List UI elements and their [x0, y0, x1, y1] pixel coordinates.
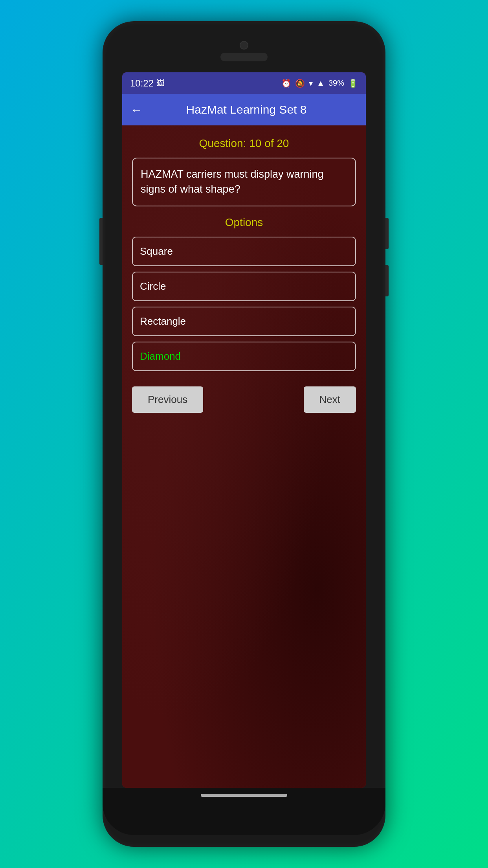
back-button[interactable]: ← — [130, 103, 143, 117]
option-rectangle[interactable]: Rectangle — [132, 307, 356, 336]
question-box: HAZMAT carriers must display warning sig… — [132, 158, 356, 206]
signal-icon: ▲ — [317, 79, 325, 88]
options-label: Options — [132, 216, 356, 229]
option-square[interactable]: Square — [132, 237, 356, 266]
speaker — [220, 53, 268, 61]
app-title: HazMat Learning Set 8 — [150, 103, 342, 116]
question-text: HAZMAT carriers must display warning sig… — [141, 168, 324, 195]
previous-button[interactable]: Previous — [132, 386, 203, 413]
clock-time: 10:22 — [130, 78, 154, 89]
main-content: Question: 10 of 20 HAZMAT carriers must … — [122, 125, 366, 788]
option-diamond[interactable]: Diamond — [132, 342, 356, 371]
app-bar: ← HazMat Learning Set 8 — [122, 94, 366, 125]
wifi-icon: ▾ — [309, 79, 313, 88]
status-bar: 10:22 🖼 ⏰ 🔕 ▾ ▲ 39% 🔋 — [122, 72, 366, 94]
question-counter: Question: 10 of 20 — [132, 137, 356, 150]
power-button-2 — [385, 265, 389, 296]
battery-level: 39% — [328, 79, 344, 88]
mute-icon: 🔕 — [295, 79, 305, 88]
battery-icon: 🔋 — [348, 79, 358, 88]
nav-indicator — [201, 794, 287, 797]
phone-frame: 10:22 🖼 ⏰ 🔕 ▾ ▲ 39% 🔋 ← HazMat Learning … — [103, 21, 385, 847]
power-button — [385, 218, 389, 249]
camera — [240, 41, 248, 50]
phone-top — [103, 21, 385, 72]
alarm-icon: ⏰ — [281, 79, 291, 88]
next-button[interactable]: Next — [304, 386, 356, 413]
phone-screen: 10:22 🖼 ⏰ 🔕 ▾ ▲ 39% 🔋 ← HazMat Learning … — [122, 72, 366, 788]
nav-buttons: Previous Next — [132, 386, 356, 413]
option-circle[interactable]: Circle — [132, 272, 356, 301]
volume-button — [99, 218, 103, 265]
status-icons: ⏰ 🔕 ▾ ▲ 39% 🔋 — [281, 79, 358, 88]
phone-bottom — [103, 788, 385, 835]
status-time: 10:22 🖼 — [130, 78, 165, 89]
image-icon: 🖼 — [157, 79, 165, 88]
